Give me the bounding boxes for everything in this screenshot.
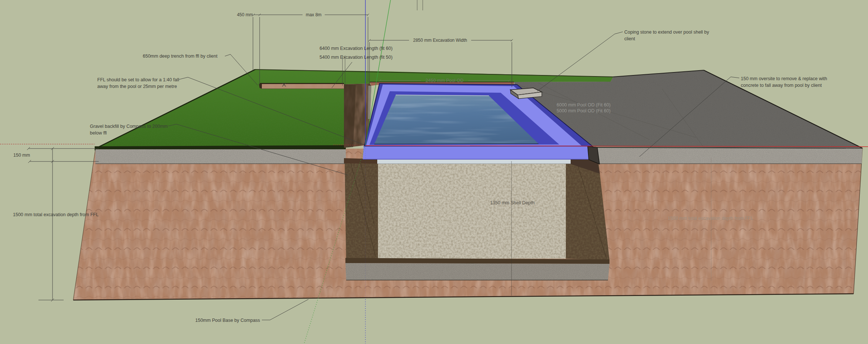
dim-max8m-label: max 8m	[306, 12, 322, 17]
dim-excavation-width-label: 2850 mm Excavation Width	[413, 38, 467, 43]
sketchup-viewport[interactable]: 450 mm max 8m 2850 mm Excavation Width 6…	[0, 0, 868, 344]
trench	[259, 84, 344, 89]
dim-pool-od-6000-label: 6000 mm Pool OD (Fit 60)	[557, 102, 611, 108]
dim-total-depth-right-label: 1500 mm total excavation depth from FFL	[668, 216, 753, 221]
dim-pool-od-2450-label: 2450 mm Pool OD	[426, 78, 464, 83]
dim-450-label: 450 mm	[237, 12, 253, 17]
dim-shell-depth-label: 1350 mm Shell Depth	[490, 200, 534, 205]
pool-shell-strip	[377, 159, 571, 164]
scene-canvas: 450 mm max 8m 2850 mm Excavation Width 6…	[0, 0, 868, 344]
gravel-backfill-note: Gravel backfill by Compass to 200mm belo…	[90, 123, 172, 136]
pool-coping-front	[363, 146, 589, 159]
coping-stone-note: Coping stone to extend over pool shell b…	[624, 29, 714, 42]
dim-excavation-length-50-label: 5400 mm Excavation Length (fit 50)	[320, 55, 392, 60]
dim-pool-od-5000-label: 5000 mm Pool OD (Fit 60)	[557, 108, 611, 113]
excavation-backfill	[345, 161, 609, 280]
pool-base-label: 150mm Pool Base by Compass	[195, 318, 260, 323]
oversite-note: 150 mm oversite to remove & replace with…	[741, 75, 835, 89]
ffl-note: FFL should be set to allow for a 1:40 fa…	[97, 76, 182, 90]
dim-total-depth-left-label: 1500 mm total excavation depth from FFL	[13, 212, 98, 217]
dim-excavation-length-60-label: 6400 mm Excavation Length (fit 60)	[320, 46, 392, 51]
dim-150-label: 150 mm	[13, 153, 30, 158]
trench-label: 650mm deep trench from ffl by client	[143, 54, 217, 59]
